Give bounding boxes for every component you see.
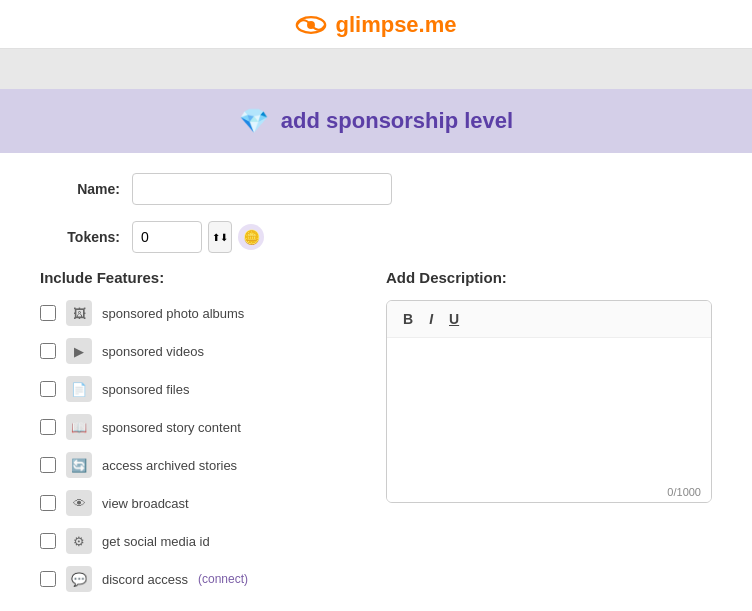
- char-count: 0/1000: [387, 482, 711, 502]
- description-toolbar: B I U: [387, 301, 711, 338]
- tokens-row: Tokens: ⬆⬇ 🪙: [40, 221, 712, 253]
- underline-button[interactable]: U: [445, 309, 463, 329]
- page-title: add sponsorship level: [281, 108, 513, 134]
- feature-videos-label: sponsored videos: [102, 344, 204, 359]
- feature-social-media-label: get social media id: [102, 534, 210, 549]
- tokens-container: ⬆⬇ 🪙: [132, 221, 264, 253]
- name-row: Name:: [40, 173, 712, 205]
- name-section: Name: Tokens: ⬆⬇ 🪙: [0, 173, 752, 253]
- feature-broadcast-checkbox[interactable]: [40, 495, 56, 511]
- two-col-layout: Include Features: 🖼 sponsored photo albu…: [0, 269, 752, 604]
- broadcast-icon: 👁: [66, 490, 92, 516]
- feature-discord: 💬 discord access (connect): [40, 566, 366, 592]
- discord-connect-link[interactable]: (connect): [198, 572, 248, 586]
- archived-stories-icon: 🔄: [66, 452, 92, 478]
- tokens-label: Tokens:: [40, 229, 120, 245]
- feature-broadcast-label: view broadcast: [102, 496, 189, 511]
- top-bar: glimpse.me: [0, 0, 752, 49]
- story-content-icon: 📖: [66, 414, 92, 440]
- feature-archived-stories-label: access archived stories: [102, 458, 237, 473]
- social-media-icon: ⚙: [66, 528, 92, 554]
- feature-social-media: ⚙ get social media id: [40, 528, 366, 554]
- logo-text: glimpse.me: [335, 12, 456, 38]
- feature-social-media-checkbox[interactable]: [40, 533, 56, 549]
- feature-broadcast: 👁 view broadcast: [40, 490, 366, 516]
- description-box: B I U 0/1000: [386, 300, 712, 503]
- name-label: Name:: [40, 181, 120, 197]
- feature-story-content: 📖 sponsored story content: [40, 414, 366, 440]
- feature-photo-albums: 🖼 sponsored photo albums: [40, 300, 366, 326]
- name-input[interactable]: [132, 173, 392, 205]
- feature-photo-albums-label: sponsored photo albums: [102, 306, 244, 321]
- italic-button[interactable]: I: [425, 309, 437, 329]
- coin-icon: 🪙: [238, 224, 264, 250]
- diamond-icon: 💎: [239, 107, 269, 135]
- tokens-spinner[interactable]: ⬆⬇: [208, 221, 232, 253]
- feature-videos: ▶ sponsored videos: [40, 338, 366, 364]
- description-title: Add Description:: [386, 269, 712, 286]
- files-icon: 📄: [66, 376, 92, 402]
- feature-discord-checkbox[interactable]: [40, 571, 56, 587]
- videos-icon: ▶: [66, 338, 92, 364]
- photo-albums-icon: 🖼: [66, 300, 92, 326]
- feature-archived-stories: 🔄 access archived stories: [40, 452, 366, 478]
- feature-discord-label: discord access: [102, 572, 188, 587]
- feature-videos-checkbox[interactable]: [40, 343, 56, 359]
- logo-area: glimpse.me: [0, 12, 752, 38]
- logo-icon: [295, 14, 327, 36]
- sub-bar: [0, 49, 752, 89]
- tokens-input[interactable]: [132, 221, 202, 253]
- features-section: Include Features: 🖼 sponsored photo albu…: [40, 269, 366, 604]
- feature-photo-albums-checkbox[interactable]: [40, 305, 56, 321]
- discord-icon: 💬: [66, 566, 92, 592]
- bold-button[interactable]: B: [399, 309, 417, 329]
- main-container: 💎 add sponsorship level Name: Tokens: ⬆⬇…: [0, 89, 752, 611]
- header-banner: 💎 add sponsorship level: [0, 89, 752, 153]
- feature-story-content-checkbox[interactable]: [40, 419, 56, 435]
- description-textarea[interactable]: [387, 338, 711, 478]
- feature-archived-stories-checkbox[interactable]: [40, 457, 56, 473]
- features-title: Include Features:: [40, 269, 366, 286]
- description-section: Add Description: B I U 0/1000: [386, 269, 712, 604]
- feature-files-checkbox[interactable]: [40, 381, 56, 397]
- feature-files: 📄 sponsored files: [40, 376, 366, 402]
- feature-files-label: sponsored files: [102, 382, 189, 397]
- feature-story-content-label: sponsored story content: [102, 420, 241, 435]
